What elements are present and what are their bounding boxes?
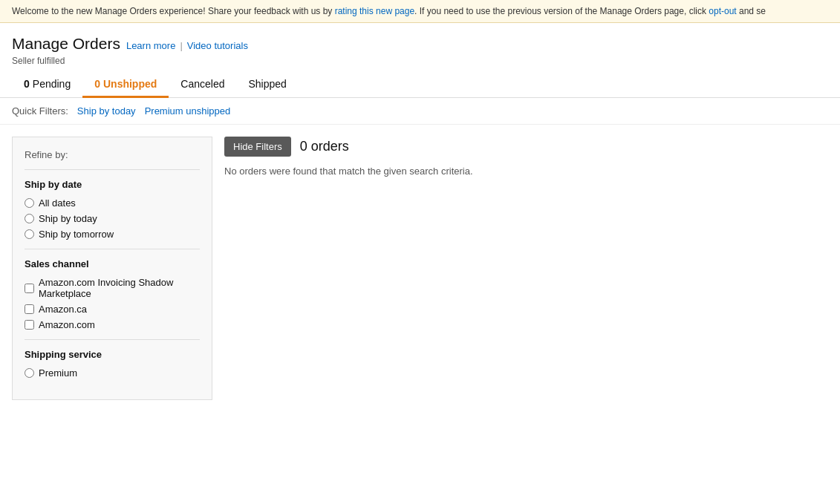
tab-shipped-label: Shipped [248,78,286,90]
tab-shipped[interactable]: Shipped [236,72,298,98]
sidebar-sections: Ship by dateAll datesShip by todayShip b… [25,169,200,379]
filter-option-label-amazon-invoicing: Amazon.com Invoicing Shadow Marketplace [39,277,200,299]
video-tutorials-link[interactable]: Video tutorials [187,40,248,51]
tab-pending-label: Pending [33,78,71,90]
filter-input-all-dates[interactable] [25,198,34,208]
tab-canceled[interactable]: Canceled [169,72,236,98]
banner: Welcome to the new Manage Orders experie… [0,0,840,23]
banner-text-middle: . If you need to use the previous versio… [414,6,709,16]
refine-label: Refine by: [25,149,200,160]
filter-input-ship-by-tomorrow[interactable] [25,229,34,239]
quick-filter-ship-by-today[interactable]: Ship by today [77,105,136,117]
filter-option-amazon-ca[interactable]: Amazon.ca [25,304,200,315]
page-title-row: Manage Orders Learn more | Video tutoria… [12,35,828,53]
filter-option-ship-by-today[interactable]: Ship by today [25,213,200,224]
learn-more-link[interactable]: Learn more [126,40,175,51]
header-divider: | [180,40,182,51]
filter-option-label-premium: Premium [39,367,77,379]
results-area: Hide Filters 0 orders No orders were fou… [224,137,828,177]
orders-count: 0 orders [300,139,349,154]
filter-option-label-ship-by-tomorrow: Ship by tomorrow [39,229,114,240]
tab-unshipped-label: Unshipped [103,78,157,90]
banner-rating-link[interactable]: rating this new page [335,6,414,16]
filter-section-ship-by-date: Ship by dateAll datesShip by todayShip b… [25,169,200,240]
tabs-container: 0 Pending0 UnshippedCanceledShipped [0,72,840,98]
filter-section-sales-channel: Sales channelAmazon.com Invoicing Shadow… [25,249,200,330]
filter-option-label-amazon-ca: Amazon.ca [39,304,87,315]
filter-section-title-shipping-service: Shipping service [25,349,200,360]
banner-optout-link[interactable]: opt-out [709,6,736,16]
filter-option-amazon-invoicing[interactable]: Amazon.com Invoicing Shadow Marketplace [25,277,200,299]
main-content: Refine by: Ship by dateAll datesShip by … [0,125,840,412]
filter-section-title-ship-by-date: Ship by date [25,179,200,190]
filter-option-label-all-dates: All dates [39,197,76,209]
page-title: Manage Orders [12,35,120,53]
tab-canceled-label: Canceled [180,78,224,90]
tab-pending-count: 0 [24,78,30,90]
filter-option-label-ship-by-today: Ship by today [39,213,97,224]
banner-text-suffix: and se [737,6,766,16]
filter-input-amazon-ca[interactable] [25,304,34,314]
filter-input-amazon-com[interactable] [25,320,34,330]
sidebar: Refine by: Ship by dateAll datesShip by … [12,137,212,400]
no-orders-message: No orders were found that match the give… [224,166,828,177]
banner-text-prefix: Welcome to the new Manage Orders experie… [12,6,335,16]
filter-input-premium[interactable] [25,368,34,378]
header-links: Learn more | Video tutorials [126,40,248,51]
results-header: Hide Filters 0 orders [224,137,828,157]
seller-fulfilled-subtitle: Seller fulfilled [12,56,828,66]
filter-option-ship-by-tomorrow[interactable]: Ship by tomorrow [25,229,200,240]
filter-option-all-dates[interactable]: All dates [25,197,200,209]
filter-input-ship-by-today[interactable] [25,214,34,223]
hide-filters-button[interactable]: Hide Filters [224,137,291,157]
filter-input-amazon-invoicing[interactable] [25,284,34,293]
quick-filter-premium-unshipped[interactable]: Premium unshipped [145,105,231,117]
tab-unshipped-count: 0 [94,78,100,90]
filter-option-label-amazon-com: Amazon.com [39,319,95,330]
filter-option-amazon-com[interactable]: Amazon.com [25,319,200,330]
tab-unshipped[interactable]: 0 Unshipped [82,72,169,98]
quick-filter-links: Ship by todayPremium unshipped [77,105,230,117]
filter-section-shipping-service: Shipping servicePremium [25,339,200,379]
filter-option-premium[interactable]: Premium [25,367,200,379]
quick-filters-label: Quick Filters: [12,105,68,117]
quick-filters: Quick Filters: Ship by todayPremium unsh… [0,98,840,125]
tab-pending[interactable]: 0 Pending [12,72,82,98]
page-header: Manage Orders Learn more | Video tutoria… [0,23,840,66]
filter-section-title-sales-channel: Sales channel [25,258,200,269]
